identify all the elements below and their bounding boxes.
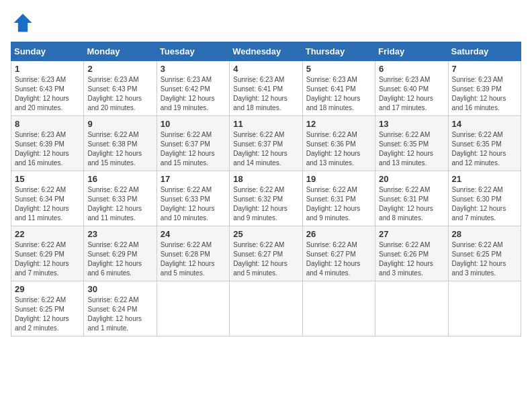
day-number: 6 [379,64,444,74]
calendar-cell: 25 Sunrise: 6:22 AMSunset: 6:27 PMDaylig… [230,226,302,281]
day-number: 24 [161,229,226,239]
calendar-cell [448,281,521,336]
calendar-cell: 29 Sunrise: 6:22 AMSunset: 6:25 PMDaylig… [11,281,84,336]
day-info: Sunrise: 6:23 AMSunset: 6:43 PMDaylight:… [87,76,142,111]
day-info: Sunrise: 6:22 AMSunset: 6:30 PMDaylight:… [452,186,506,222]
calendar-cell: 18 Sunrise: 6:22 AMSunset: 6:32 PMDaylig… [230,171,302,226]
calendar-cell [157,281,229,336]
day-info: Sunrise: 6:23 AMSunset: 6:41 PMDaylight:… [306,76,361,111]
weekday-header-cell: Monday [84,42,157,61]
day-info: Sunrise: 6:22 AMSunset: 6:25 PMDaylight:… [15,296,69,332]
calendar-table: SundayMondayTuesdayWednesdayThursdayFrid… [11,42,521,336]
day-info: Sunrise: 6:22 AMSunset: 6:24 PMDaylight:… [87,296,142,332]
day-number: 17 [161,174,226,184]
calendar-week-row: 29 Sunrise: 6:22 AMSunset: 6:25 PMDaylig… [11,281,521,336]
day-number: 1 [15,64,80,74]
day-number: 23 [87,229,152,239]
day-info: Sunrise: 6:22 AMSunset: 6:35 PMDaylight:… [452,131,506,167]
calendar-cell: 2 Sunrise: 6:23 AMSunset: 6:43 PMDayligh… [84,61,157,116]
day-number: 14 [452,119,517,129]
day-info: Sunrise: 6:22 AMSunset: 6:36 PMDaylight:… [306,131,361,167]
day-number: 12 [306,119,371,129]
day-number: 5 [306,64,371,74]
day-info: Sunrise: 6:23 AMSunset: 6:42 PMDaylight:… [161,76,215,111]
day-info: Sunrise: 6:22 AMSunset: 6:31 PMDaylight:… [306,186,361,222]
day-info: Sunrise: 6:22 AMSunset: 6:25 PMDaylight:… [452,241,506,277]
weekday-header-cell: Friday [375,42,448,61]
calendar-cell [375,281,448,336]
calendar-week-row: 8 Sunrise: 6:23 AMSunset: 6:39 PMDayligh… [11,116,521,171]
calendar-cell: 16 Sunrise: 6:22 AMSunset: 6:33 PMDaylig… [84,171,157,226]
day-number: 7 [452,64,517,74]
calendar-cell: 23 Sunrise: 6:22 AMSunset: 6:29 PMDaylig… [84,226,157,281]
day-info: Sunrise: 6:23 AMSunset: 6:41 PMDaylight:… [233,76,287,111]
calendar-cell: 8 Sunrise: 6:23 AMSunset: 6:39 PMDayligh… [11,116,84,171]
calendar-cell: 30 Sunrise: 6:22 AMSunset: 6:24 PMDaylig… [84,281,157,336]
weekday-header: SundayMondayTuesdayWednesdayThursdayFrid… [11,42,521,61]
day-info: Sunrise: 6:23 AMSunset: 6:40 PMDaylight:… [379,76,433,111]
logo [11,11,38,35]
calendar-cell: 19 Sunrise: 6:22 AMSunset: 6:31 PMDaylig… [302,171,375,226]
calendar-cell: 5 Sunrise: 6:23 AMSunset: 6:41 PMDayligh… [302,61,375,116]
calendar-cell: 22 Sunrise: 6:22 AMSunset: 6:29 PMDaylig… [11,226,84,281]
day-info: Sunrise: 6:22 AMSunset: 6:38 PMDaylight:… [87,131,142,167]
day-info: Sunrise: 6:22 AMSunset: 6:28 PMDaylight:… [161,241,215,277]
calendar-cell [230,281,302,336]
calendar-cell: 6 Sunrise: 6:23 AMSunset: 6:40 PMDayligh… [375,61,448,116]
day-info: Sunrise: 6:22 AMSunset: 6:27 PMDaylight:… [233,241,287,277]
svg-marker-0 [14,14,32,32]
weekday-header-cell: Sunday [11,42,84,61]
day-info: Sunrise: 6:22 AMSunset: 6:37 PMDaylight:… [233,131,287,167]
calendar-cell: 15 Sunrise: 6:22 AMSunset: 6:34 PMDaylig… [11,171,84,226]
logo-icon [11,11,35,35]
day-number: 28 [452,229,517,239]
day-number: 20 [379,174,444,184]
day-number: 21 [452,174,517,184]
day-number: 22 [15,229,80,239]
day-info: Sunrise: 6:23 AMSunset: 6:39 PMDaylight:… [15,131,69,167]
weekday-header-cell: Wednesday [230,42,302,61]
day-info: Sunrise: 6:22 AMSunset: 6:32 PMDaylight:… [233,186,287,222]
day-info: Sunrise: 6:22 AMSunset: 6:35 PMDaylight:… [379,131,433,167]
calendar-cell: 28 Sunrise: 6:22 AMSunset: 6:25 PMDaylig… [448,226,521,281]
calendar-cell: 9 Sunrise: 6:22 AMSunset: 6:38 PMDayligh… [84,116,157,171]
header [11,11,521,35]
day-info: Sunrise: 6:22 AMSunset: 6:37 PMDaylight:… [161,131,215,167]
day-info: Sunrise: 6:23 AMSunset: 6:43 PMDaylight:… [15,76,69,111]
day-info: Sunrise: 6:22 AMSunset: 6:31 PMDaylight:… [379,186,433,222]
calendar-body: 1 Sunrise: 6:23 AMSunset: 6:43 PMDayligh… [11,61,521,336]
calendar-week-row: 22 Sunrise: 6:22 AMSunset: 6:29 PMDaylig… [11,226,521,281]
day-info: Sunrise: 6:22 AMSunset: 6:29 PMDaylight:… [87,241,142,277]
day-number: 15 [15,174,80,184]
day-info: Sunrise: 6:22 AMSunset: 6:29 PMDaylight:… [15,241,69,277]
calendar-cell: 4 Sunrise: 6:23 AMSunset: 6:41 PMDayligh… [230,61,302,116]
calendar-week-row: 15 Sunrise: 6:22 AMSunset: 6:34 PMDaylig… [11,171,521,226]
day-number: 30 [87,284,152,294]
day-number: 2 [87,64,152,74]
calendar-cell: 10 Sunrise: 6:22 AMSunset: 6:37 PMDaylig… [157,116,229,171]
day-info: Sunrise: 6:22 AMSunset: 6:34 PMDaylight:… [15,186,69,222]
weekday-header-cell: Thursday [302,42,375,61]
weekday-header-cell: Saturday [448,42,521,61]
day-number: 19 [306,174,371,184]
day-number: 10 [161,119,226,129]
day-number: 29 [15,284,80,294]
calendar-cell: 3 Sunrise: 6:23 AMSunset: 6:42 PMDayligh… [157,61,229,116]
calendar-cell: 17 Sunrise: 6:22 AMSunset: 6:33 PMDaylig… [157,171,229,226]
calendar-cell: 24 Sunrise: 6:22 AMSunset: 6:28 PMDaylig… [157,226,229,281]
day-number: 4 [233,64,298,74]
day-number: 25 [233,229,298,239]
calendar-cell: 13 Sunrise: 6:22 AMSunset: 6:35 PMDaylig… [375,116,448,171]
day-info: Sunrise: 6:22 AMSunset: 6:33 PMDaylight:… [161,186,215,222]
calendar-cell: 26 Sunrise: 6:22 AMSunset: 6:27 PMDaylig… [302,226,375,281]
calendar-cell: 1 Sunrise: 6:23 AMSunset: 6:43 PMDayligh… [11,61,84,116]
day-number: 16 [87,174,152,184]
weekday-header-cell: Tuesday [157,42,229,61]
day-number: 18 [233,174,298,184]
day-info: Sunrise: 6:23 AMSunset: 6:39 PMDaylight:… [452,76,506,111]
calendar-cell: 12 Sunrise: 6:22 AMSunset: 6:36 PMDaylig… [302,116,375,171]
calendar-cell: 27 Sunrise: 6:22 AMSunset: 6:26 PMDaylig… [375,226,448,281]
calendar-cell [302,281,375,336]
day-number: 13 [379,119,444,129]
calendar-cell: 14 Sunrise: 6:22 AMSunset: 6:35 PMDaylig… [448,116,521,171]
